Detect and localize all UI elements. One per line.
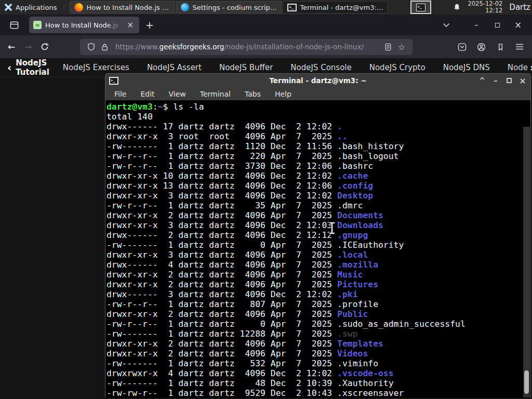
reload-icon[interactable]	[36, 38, 53, 55]
terminal-line: drwxr-xr-x 2 dartz dartz 4096 Apr 7 2025…	[107, 309, 522, 319]
terminal-line: -rw-r--r-- 1 dartz dartz 35 Apr 7 2025 .…	[107, 201, 522, 210]
menu-view[interactable]: View	[169, 90, 186, 98]
chevron-right-icon[interactable]: ›	[530, 62, 532, 73]
terminal-line: drwxr-xr-x 2 dartz dartz 4096 Apr 7 2025…	[107, 349, 522, 358]
browser-maximize-button[interactable]	[489, 18, 505, 32]
panel-clock[interactable]: 2025-12-02 12:12	[468, 1, 502, 14]
terminal-menubar: File Edit View Terminal Tabs Help	[105, 87, 530, 100]
terminal-line: drwxr-xr-x 3 dartz dartz 4096 Apr 7 2025…	[107, 250, 522, 260]
url-bar[interactable]: https://www.geeksforgeeks.org/node-js/in…	[80, 39, 413, 55]
terminal-listing: drwx------ 17 dartz dartz 4096 Dec 2 12:…	[107, 122, 522, 398]
nodejs-tutorial-label: NodeJS Tutorial	[16, 58, 49, 77]
terminal-line: drwxr-xr-x 2 dartz dartz 4096 Apr 7 2025…	[107, 270, 522, 280]
terminal-screen[interactable]: dartz@vm3:~$ ls -la total 140 drwx------…	[105, 100, 530, 398]
terminal-minimize-button[interactable]: –	[491, 76, 500, 85]
url-scheme: https://www.	[115, 43, 159, 51]
terminal-maximize-button[interactable]	[504, 76, 514, 85]
nav-link-truncated[interactable]: Node	[508, 63, 528, 72]
text-cursor	[328, 221, 336, 235]
terminal-scrollbar-thumb[interactable]	[524, 370, 529, 394]
terminal-line: drwxr-xr-x 2 dartz dartz 4096 Apr 7 2025…	[107, 210, 522, 220]
extensions-icon[interactable]	[496, 43, 505, 51]
reader-view-icon[interactable]	[381, 43, 395, 51]
taskbar-window-label: Terminal - dartz@vm3: ~	[300, 4, 383, 11]
url-text: https://www.geeksforgeeks.org/node-js/in…	[115, 43, 381, 51]
terminal-shade-button[interactable]: ^	[477, 76, 487, 85]
notification-bell-icon[interactable]	[453, 3, 461, 11]
terminal-total-line: total 140	[107, 112, 522, 122]
nav-link-crypto[interactable]: NodeJS Crypto	[369, 63, 425, 72]
panel-username: Dartz	[509, 3, 530, 12]
clock-time: 12:12	[468, 7, 502, 14]
terminal-line: -rw------- 1 dartz dartz 12288 Apr 7 202…	[107, 329, 522, 339]
menu-terminal[interactable]: Terminal	[200, 90, 231, 98]
terminal-close-button[interactable]: ×	[518, 76, 527, 86]
tab-close-icon[interactable]: ×	[125, 21, 135, 30]
forward-button[interactable]: →	[20, 38, 36, 55]
panel-grip: ⋮	[61, 4, 69, 11]
taskbar-window-label: Settings - codium script...	[192, 4, 277, 11]
nav-link-buffer[interactable]: NodeJS Buffer	[219, 63, 273, 72]
taskbar-window-codium[interactable]: Settings - codium script...	[176, 1, 282, 14]
firefox-icon	[74, 3, 83, 12]
applications-icon	[4, 3, 12, 11]
terminal-line: -rw------- 1 dartz dartz 48 Dec 2 10:39 …	[107, 378, 522, 388]
menu-edit[interactable]: Edit	[140, 90, 154, 98]
lock-icon[interactable]	[98, 43, 111, 51]
terminal-scrollbar[interactable]	[523, 127, 530, 397]
menu-file[interactable]: File	[114, 90, 126, 98]
terminal-line: drwx------ 4 dartz dartz 4096 Apr 7 2025…	[107, 260, 522, 270]
prompt-command: $ ls -la	[163, 102, 204, 112]
gfg-favicon: ∞	[33, 21, 42, 29]
prompt-separator: :	[153, 102, 158, 112]
nav-link-console[interactable]: NodeJS Console	[290, 63, 351, 72]
tracking-shield-icon[interactable]	[84, 43, 98, 51]
terminal-line: -rw------- 1 dartz dartz 532 Apr 7 2025 …	[107, 358, 522, 368]
browser-minimize-button[interactable]: –	[469, 18, 484, 32]
taskbar-window-firefox[interactable]: How to Install Node.js o...	[70, 1, 175, 14]
terminal-prompt-line: dartz@vm3:~$ ls -la	[107, 102, 522, 112]
terminal-window: >_ Terminal - dartz@vm3: ~ ^ – × File Ed…	[105, 73, 531, 398]
terminal-line: -rw-r--r-- 1 dartz dartz 0 Apr 7 2025 .s…	[107, 319, 522, 329]
prompt-cwd: ~	[158, 102, 163, 112]
list-all-tabs-chevron-icon[interactable]	[443, 23, 450, 28]
terminal-line: drwxr-xr-x 2 dartz dartz 4096 Apr 7 2025…	[107, 280, 522, 289]
terminal-title: Terminal - dartz@vm3: ~	[105, 76, 530, 85]
browser-tab[interactable]: ∞ How to Install Node.js on ×	[29, 17, 139, 33]
firefox-view-icon[interactable]	[6, 17, 22, 33]
terminal-line: -rw-r--r-- 1 dartz dartz 3730 Dec 2 12:0…	[107, 161, 522, 171]
terminal-titlebar[interactable]: >_ Terminal - dartz@vm3: ~ ^ – ×	[105, 74, 530, 87]
pocket-icon[interactable]	[458, 43, 467, 51]
applications-label: Applications	[16, 4, 57, 11]
taskbar-window-terminal[interactable]: >_ Terminal - dartz@vm3: ~	[283, 1, 388, 14]
terminal-line: drwxr-xr-x 3 dartz dartz 4096 Dec 2 12:0…	[107, 191, 522, 201]
menu-hamburger-icon[interactable]	[515, 43, 524, 50]
applications-menu-button[interactable]: Applications	[0, 0, 61, 15]
nav-link-dns[interactable]: NodeJS DNS	[443, 63, 490, 72]
menu-help[interactable]: Help	[275, 90, 291, 98]
menu-tabs[interactable]: Tabs	[245, 90, 261, 98]
terminal-line: drwxrwxr-x 4 dartz dartz 4096 Dec 2 12:0…	[107, 368, 522, 378]
nodejs-tutorial-back-link[interactable]: ‹ NodeJS Tutorial	[7, 58, 49, 77]
terminal-line: -rw-r--r-- 1 dartz dartz 220 Apr 7 2025 …	[107, 151, 522, 161]
bookmark-star-icon[interactable]: ☆	[395, 42, 408, 52]
terminal-icon: >_	[416, 4, 425, 11]
desktop-panel: Applications ⋮ How to Install Node.js o.…	[0, 0, 532, 15]
terminal-line: -rw------- 1 dartz dartz 0 Apr 7 2025 .I…	[107, 240, 522, 250]
tab-bar: ∞ How to Install Node.js on × + – ×	[0, 15, 532, 35]
account-icon[interactable]	[477, 43, 486, 51]
back-button[interactable]: ←	[3, 38, 20, 55]
workspace-switcher[interactable]: >_	[410, 1, 431, 14]
browser-toolbar: ← → h	[0, 35, 532, 58]
terminal-line: -rw-r--r-- 1 dartz dartz 807 Apr 7 2025 …	[107, 299, 522, 309]
nav-link-assert[interactable]: NodeJS Assert	[147, 63, 202, 72]
terminal-line: drwx------ 3 dartz dartz 4096 Dec 2 12:0…	[107, 289, 522, 299]
terminal-line: drwx------ 2 dartz dartz 4096 Dec 2 12:1…	[107, 230, 522, 240]
terminal-line: drwxr-xr-x 3 dartz dartz 4096 Dec 2 12:0…	[107, 220, 522, 230]
new-tab-button[interactable]: +	[142, 18, 157, 32]
browser-close-button[interactable]: ×	[510, 18, 526, 32]
nav-link-exercises[interactable]: NodeJS Exercises	[63, 63, 129, 72]
terminal-line: -rw------- 1 dartz dartz 1120 Dec 2 11:5…	[107, 141, 522, 151]
url-domain: geeksforgeeks.org	[159, 43, 224, 51]
site-nav-links: NodeJS Exercises NodeJS Assert NodeJS Bu…	[63, 63, 528, 72]
